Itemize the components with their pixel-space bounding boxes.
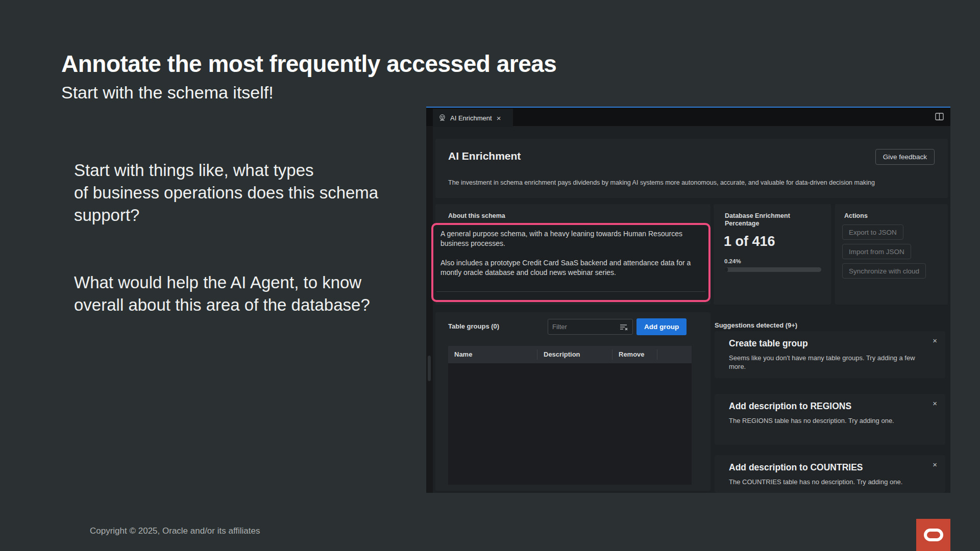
column-header-empty bbox=[657, 349, 692, 360]
page-title: AI Enrichment bbox=[448, 150, 521, 162]
suggestion-title: Add description to REGIONS bbox=[729, 401, 851, 412]
ai-enrichment-screenshot: AI Enrichment × AI Enrichment Give feedb… bbox=[426, 107, 950, 493]
split-editor-icon[interactable] bbox=[935, 113, 944, 121]
actions-panel: Actions Export to JSON Import from JSON … bbox=[835, 204, 948, 305]
table-groups-label: Table groups (0) bbox=[448, 322, 499, 330]
tab-ai-enrichment[interactable]: AI Enrichment × bbox=[433, 109, 513, 127]
add-group-button[interactable]: Add group bbox=[636, 318, 687, 335]
slide: Annotate the most frequently accessed ar… bbox=[0, 0, 980, 551]
editor-tab-strip: AI Enrichment × bbox=[426, 107, 950, 126]
table-groups-table: Name Description Remove bbox=[448, 346, 692, 485]
header-panel: AI Enrichment Give feedback The investme… bbox=[435, 139, 948, 198]
page-description: The investment in schema enrichment pays… bbox=[448, 179, 933, 186]
give-feedback-button[interactable]: Give feedback bbox=[875, 149, 935, 165]
clear-filter-icon[interactable] bbox=[620, 323, 628, 331]
export-json-button[interactable]: Export to JSON bbox=[842, 224, 903, 240]
enrichment-progress-bar bbox=[724, 267, 821, 272]
enrichment-progress-fill bbox=[724, 267, 728, 272]
close-icon[interactable]: × bbox=[933, 336, 937, 345]
filter-input[interactable] bbox=[548, 323, 620, 331]
import-json-button[interactable]: Import from JSON bbox=[842, 244, 911, 259]
ai-assistant-icon bbox=[438, 114, 447, 122]
body-paragraph-1: Start with things like, what types of bu… bbox=[74, 159, 431, 227]
slide-subtitle: Start with the schema itself! bbox=[61, 83, 274, 103]
schema-description-textarea[interactable]: A general purpose schema, with a heavy l… bbox=[431, 223, 710, 302]
actions-label: Actions bbox=[844, 212, 868, 219]
oracle-o-icon bbox=[924, 529, 943, 541]
suggestion-title: Create table group bbox=[729, 338, 808, 349]
enrichment-percent: 0.24% bbox=[724, 258, 741, 264]
suggestion-title: Add description to COUNTRIES bbox=[729, 462, 863, 473]
about-schema-label: About this schema bbox=[448, 212, 505, 219]
slide-title: Annotate the most frequently accessed ar… bbox=[61, 50, 556, 78]
scrollbar-thumb[interactable] bbox=[428, 356, 431, 381]
column-header-name: Name bbox=[448, 349, 537, 360]
tab-label: AI Enrichment bbox=[450, 114, 492, 122]
filter-field bbox=[548, 319, 633, 335]
enrichment-label: Database Enrichment Percentage bbox=[725, 212, 801, 228]
suggestion-body: Seems like you don't have many table gro… bbox=[729, 354, 929, 371]
oracle-logo bbox=[916, 519, 950, 551]
suggestion-card-regions[interactable]: Add description to REGIONS × The REGIONS… bbox=[715, 394, 945, 445]
suggestions-label: Suggestions detected (9+) bbox=[715, 321, 797, 329]
tab-close-icon[interactable]: × bbox=[497, 114, 501, 122]
table-body-empty bbox=[448, 363, 692, 485]
left-gutter bbox=[426, 126, 433, 493]
copyright-text: Copyright © 2025, Oracle and/or its affi… bbox=[90, 526, 260, 536]
close-icon[interactable]: × bbox=[933, 460, 937, 469]
table-groups-panel: Table groups (0) Add group Name bbox=[435, 312, 710, 491]
slide-body: Start with things like, what types of bu… bbox=[74, 137, 431, 361]
suggestion-body: The REGIONS table has no description. Tr… bbox=[729, 416, 929, 425]
textarea-divider bbox=[436, 291, 705, 292]
enrichment-panel: Database Enrichment Percentage 1 of 416 … bbox=[714, 204, 831, 305]
sync-cloud-button[interactable]: Synchronize with cloud bbox=[842, 263, 926, 279]
suggestion-card-create-table-group[interactable]: Create table group × Seems like you don'… bbox=[715, 331, 945, 378]
suggestion-body: The COUNTRIES table has no description. … bbox=[729, 478, 929, 486]
body-paragraph-2: What would help the AI Agent, to know ov… bbox=[74, 271, 431, 316]
actions-list: Export to JSON Import from JSON Synchron… bbox=[842, 224, 926, 279]
suggestion-card-countries[interactable]: Add description to COUNTRIES × The COUNT… bbox=[715, 455, 945, 493]
table-header-row: Name Description Remove bbox=[448, 346, 692, 363]
close-icon[interactable]: × bbox=[933, 399, 937, 408]
column-header-remove: Remove bbox=[612, 349, 657, 360]
schema-description-text: A general purpose schema, with a heavy l… bbox=[440, 229, 696, 278]
column-header-description: Description bbox=[537, 349, 612, 360]
enrichment-value: 1 of 416 bbox=[724, 234, 775, 249]
